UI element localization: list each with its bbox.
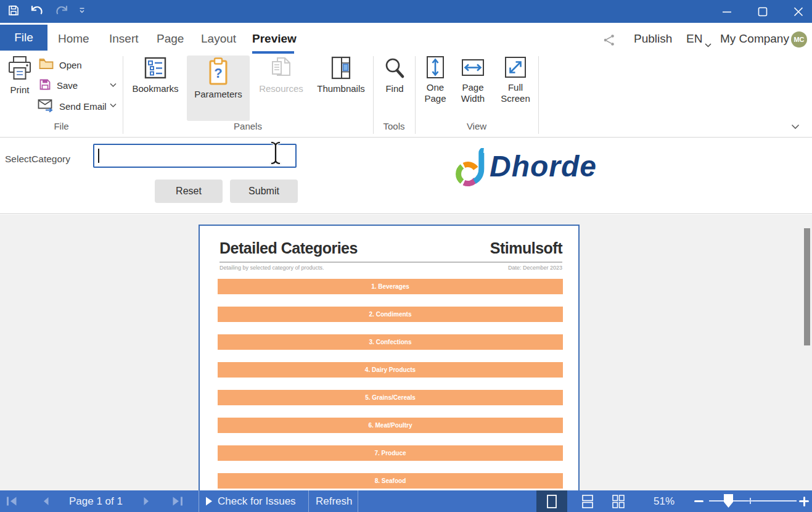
parameters-panel: SelectCategory Reset Submit Dhorde bbox=[0, 138, 812, 214]
view-mode-single-page-button[interactable] bbox=[536, 490, 567, 512]
save-button[interactable]: Save bbox=[39, 78, 78, 93]
group-label-panels: Panels bbox=[123, 121, 373, 131]
window-controls bbox=[720, 0, 806, 23]
open-button[interactable]: Open bbox=[39, 58, 82, 72]
page-width-button[interactable]: Page Width bbox=[455, 56, 491, 104]
group-label-tools: Tools bbox=[373, 121, 415, 131]
find-button[interactable]: Find bbox=[376, 56, 413, 94]
vertical-scrollbar-thumb[interactable] bbox=[804, 228, 810, 345]
avatar[interactable]: MC bbox=[791, 31, 807, 47]
page-width-icon bbox=[461, 70, 485, 81]
parameter-label: SelectCategory bbox=[5, 154, 70, 165]
tab-file[interactable]: File bbox=[0, 25, 47, 51]
thumbnails-icon bbox=[329, 72, 353, 82]
email-envelope-icon bbox=[38, 99, 54, 114]
report-page: Detailed Categories Stimulsoft Detailing… bbox=[199, 225, 580, 490]
view-mode-multiple-pages-button[interactable] bbox=[603, 490, 634, 512]
header-rule bbox=[219, 262, 562, 263]
bookmarks-icon bbox=[143, 72, 168, 82]
zoom-slider-center-tick bbox=[750, 498, 751, 504]
open-folder-icon bbox=[39, 58, 54, 72]
zoom-slider-thumb[interactable] bbox=[724, 494, 733, 508]
print-button[interactable]: Print bbox=[5, 56, 35, 96]
page-indicator: Page 1 of 1 bbox=[69, 490, 123, 512]
last-page-button[interactable] bbox=[172, 490, 183, 512]
language-chevron-down-icon[interactable] bbox=[705, 39, 712, 50]
report-subtitle: Detailing by selected category of produc… bbox=[219, 265, 324, 271]
zoom-slider-track[interactable] bbox=[709, 500, 797, 502]
publish-button[interactable]: Publish bbox=[634, 32, 672, 46]
refresh-button[interactable]: Refresh bbox=[316, 490, 353, 512]
submit-button[interactable]: Submit bbox=[230, 180, 298, 203]
resources-icon bbox=[269, 72, 293, 82]
redo-icon[interactable] bbox=[54, 4, 69, 17]
category-bar: 6. Meat/Poultry bbox=[218, 418, 563, 433]
tab-insert[interactable]: Insert bbox=[109, 32, 139, 46]
undo-icon[interactable] bbox=[30, 4, 44, 17]
zoom-in-button[interactable] bbox=[799, 490, 809, 512]
save-icon[interactable] bbox=[7, 4, 20, 17]
parameters-button[interactable]: ? Parameters bbox=[187, 56, 250, 121]
report-brand: Stimulsoft bbox=[490, 239, 562, 257]
quick-access-toolbar bbox=[7, 4, 85, 17]
statusbar-separator bbox=[358, 490, 358, 512]
share-icon[interactable] bbox=[602, 33, 616, 49]
ribbon-tab-row: File Home Insert Page Layout Preview Pub… bbox=[0, 23, 812, 54]
run-check-icon[interactable] bbox=[205, 490, 213, 512]
next-page-button[interactable] bbox=[143, 490, 150, 512]
zoom-percent: 51% bbox=[646, 490, 675, 512]
zoom-out-button[interactable] bbox=[694, 490, 703, 512]
logo-text: Dhorde bbox=[490, 149, 597, 183]
category-bar: 8. Seafood bbox=[218, 473, 563, 489]
category-bar: 3. Confections bbox=[218, 334, 563, 350]
bookmarks-button[interactable]: Bookmarks bbox=[129, 56, 181, 94]
text-caret bbox=[98, 149, 99, 163]
account-name[interactable]: My Company bbox=[720, 32, 789, 46]
language-selector[interactable]: EN bbox=[686, 32, 702, 46]
report-date: Date: December 2023 bbox=[508, 265, 562, 271]
group-separator bbox=[538, 56, 539, 134]
parameter-input[interactable] bbox=[93, 144, 297, 168]
send-email-chevron-down-icon[interactable] bbox=[110, 103, 117, 108]
resources-button: Resources bbox=[257, 56, 305, 94]
tab-page[interactable]: Page bbox=[157, 32, 184, 46]
one-page-button[interactable]: One Page bbox=[418, 56, 453, 104]
tab-layout[interactable]: Layout bbox=[201, 32, 236, 46]
collapse-ribbon-chevron-icon[interactable] bbox=[791, 121, 800, 132]
tab-home[interactable]: Home bbox=[58, 32, 89, 46]
one-page-icon bbox=[424, 70, 446, 81]
titlebar bbox=[0, 0, 812, 23]
category-bar-list: 1. Beverages 2. Condiments 3. Confection… bbox=[218, 279, 563, 490]
full-screen-icon bbox=[504, 70, 527, 81]
save-floppy-icon bbox=[39, 78, 51, 93]
maximize-button[interactable] bbox=[755, 4, 770, 19]
tab-preview[interactable]: Preview bbox=[252, 32, 297, 46]
statusbar: Page 1 of 1 Check for Issues Refresh 51% bbox=[0, 490, 812, 512]
check-for-issues-button[interactable]: Check for Issues bbox=[218, 490, 296, 512]
parameter-input-wrap bbox=[93, 144, 297, 168]
printer-icon bbox=[6, 73, 33, 83]
customize-toolbar-icon[interactable] bbox=[79, 7, 85, 14]
send-email-button[interactable]: Send Email bbox=[38, 99, 107, 114]
category-bar: 5. Grains/Cereals bbox=[218, 390, 563, 405]
reset-button[interactable]: Reset bbox=[155, 180, 223, 203]
active-tab-underline bbox=[252, 51, 294, 54]
category-bar: 2. Condiments bbox=[218, 307, 563, 322]
parameters-clipboard-icon: ? bbox=[206, 57, 231, 88]
ribbon: Print Open Save Send Email File Bookmark… bbox=[0, 54, 812, 138]
logo-icon bbox=[454, 148, 490, 191]
statusbar-separator bbox=[308, 490, 309, 512]
first-page-button[interactable] bbox=[6, 490, 17, 512]
category-bar: 4. Dairy Products bbox=[218, 362, 563, 378]
category-bar: 7. Produce bbox=[218, 445, 563, 461]
report-title: Detailed Categories bbox=[219, 239, 358, 257]
save-chevron-down-icon[interactable] bbox=[110, 83, 117, 88]
previous-page-button[interactable] bbox=[42, 490, 49, 512]
view-mode-continuous-button[interactable] bbox=[572, 490, 603, 512]
group-label-view: View bbox=[415, 121, 538, 131]
statusbar-separator bbox=[199, 490, 199, 512]
full-screen-button[interactable]: Full Screen bbox=[497, 56, 534, 104]
minimize-button[interactable] bbox=[720, 4, 734, 19]
thumbnails-button[interactable]: Thumbnails bbox=[314, 56, 367, 94]
close-button[interactable] bbox=[791, 4, 806, 19]
